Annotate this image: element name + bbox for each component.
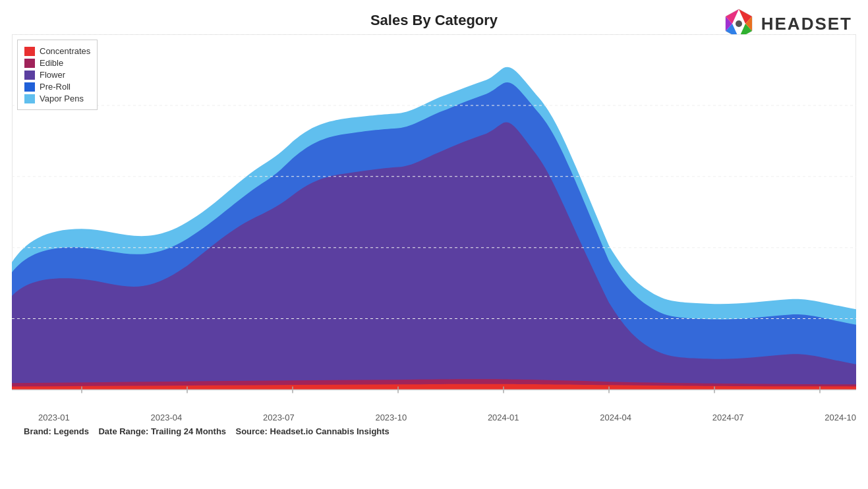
x-label-2024-04: 2024-04 [600,413,631,422]
brand-value: Legends [54,426,89,436]
x-label-2023-04: 2023-04 [150,413,182,422]
page: Sales By Category HEADSET [0,0,868,489]
chart-svg [12,34,856,410]
x-label-2024-01: 2024-01 [488,413,519,422]
vapor-pens-label: Vapor Pens [40,94,84,103]
flower-label: Flower [40,70,65,80]
date-range-value: Trailing 24 Months [151,426,226,436]
chart-legend: Concentrates Edible Flower Pre-Roll Vapo… [17,40,98,110]
x-label-2023-10: 2023-10 [375,413,407,422]
footer: Brand: Legends Date Range: Trailing 24 M… [0,422,868,440]
concentrates-label: Concentrates [40,46,90,56]
logo-text: HEADSET [761,14,852,34]
legend-item-vapor-pens: Vapor Pens [24,94,90,103]
source-label: Source: [236,426,268,436]
date-range-label: Date Range: [98,426,148,436]
page-title: Sales By Category [370,12,498,29]
chart-container: Concentrates Edible Flower Pre-Roll Vapo… [12,34,856,410]
concentrates-swatch [24,47,35,56]
x-label-2023-07: 2023-07 [263,413,295,422]
vapor-pens-swatch [24,94,35,103]
legend-item-edible: Edible [24,58,90,68]
x-label-2024-07: 2024-07 [712,413,744,422]
brand-label: Brand: [24,426,51,436]
source-value: Headset.io Cannabis Insights [270,426,390,436]
edible-label: Edible [40,58,63,68]
flower-swatch [24,71,35,80]
edible-swatch [24,59,35,68]
legend-item-flower: Flower [24,70,90,80]
header: Sales By Category HEADSET [0,0,868,34]
pre-roll-label: Pre-Roll [40,82,71,92]
pre-roll-swatch [24,82,35,92]
x-label-2023-01: 2023-01 [38,413,70,422]
legend-item-pre-roll: Pre-Roll [24,82,90,92]
legend-item-concentrates: Concentrates [24,46,90,56]
x-axis-labels: 2023-01 2023-04 2023-07 2023-10 2024-01 … [12,410,856,422]
svg-point-2 [736,20,742,27]
x-label-2024-10: 2024-10 [825,413,856,422]
